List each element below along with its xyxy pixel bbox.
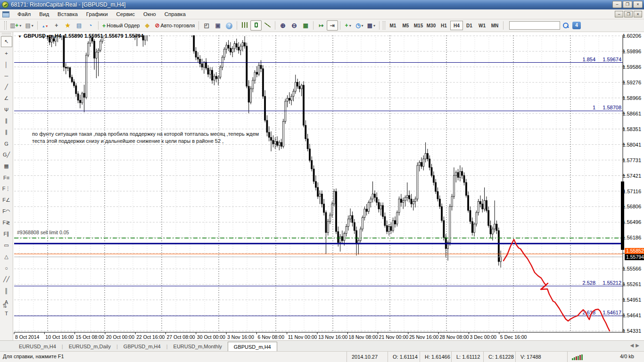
chevron-down-icon[interactable]: ▼ (18, 34, 22, 39)
toolbar-indicators-button[interactable]: +▾ (342, 20, 354, 31)
tool-triangle-icon[interactable]: △ (1, 251, 12, 262)
timeframe-m30-button[interactable]: M30 (425, 21, 438, 30)
timeframe-mn-button[interactable]: MN (488, 21, 501, 30)
chart-tab-0[interactable]: EURUSD_m,H4 (13, 342, 62, 351)
svg-text:13 Nov 16:00: 13 Nov 16:00 (318, 334, 348, 340)
drawing-toolbar-grip[interactable] (2, 33, 11, 35)
tool-trendline-angle-icon[interactable]: ∠ (1, 93, 12, 104)
chart-window-icon[interactable] (2, 11, 9, 17)
toolbar-data-window-button[interactable]: + (51, 20, 62, 31)
chart-tab-3[interactable]: EURUSD_m,Monthly (168, 342, 228, 351)
toolbar-profiles-button[interactable]: ▤▾ (23, 20, 35, 31)
search-icon[interactable] (562, 22, 570, 29)
minimize-button[interactable]: – (612, 1, 622, 8)
tool-rectangle-icon[interactable]: ▭ (1, 240, 12, 251)
timeframe-m15-button[interactable]: M15 (412, 21, 425, 30)
menu-графики[interactable]: Графики (82, 10, 112, 18)
tool-vertical-line-icon[interactable]: │ (1, 59, 12, 70)
svg-text:1.58351: 1.58351 (622, 126, 641, 132)
tile-windows-icon: ▦ (303, 22, 308, 29)
mdi-close-button[interactable]: × (634, 11, 642, 17)
tool-stddev-channel-icon[interactable]: ∥ (1, 127, 12, 138)
svg-text:10 Oct 16:00: 10 Oct 16:00 (45, 334, 74, 340)
tool-vertical-lines-icon[interactable]: ║ (1, 285, 12, 296)
tool-gann-line-icon[interactable]: G (1, 138, 12, 149)
tool-parallel-lines-icon[interactable]: ╱╱ (1, 274, 12, 285)
toolbar-new-order-button[interactable]: +Новый Ордер (100, 20, 142, 31)
timeframe-m1-button[interactable]: M1 (387, 21, 399, 30)
toolbar-print-button[interactable]: ▣ (212, 20, 223, 31)
timeframe-d1-button[interactable]: D1 (463, 21, 476, 30)
tool-fibo-arcs-icon[interactable]: F◠ (1, 206, 12, 217)
tool-horizontal-line-icon[interactable]: ─ (1, 70, 12, 81)
tool-trendline-icon[interactable]: ╱ (1, 82, 12, 92)
toolbar-help-button[interactable]: ? (223, 20, 235, 31)
menu-файл[interactable]: Файл (13, 10, 35, 18)
tool-cursor-icon[interactable]: ↖ (1, 36, 12, 47)
timeframe-h1-button[interactable]: H1 (438, 21, 450, 30)
mdi-restore-button[interactable]: ❐ (624, 11, 633, 17)
timeframe-h4-button[interactable]: H4 (450, 21, 463, 30)
title-bar[interactable]: 68171: RistonCapital-Real - [GBPUSD_m,H4… (0, 0, 644, 9)
connection-bars-icon (572, 354, 583, 360)
toolbar-templates-button[interactable]: ▩▾ (365, 20, 377, 31)
toolbar-navigator-button[interactable]: ★ (62, 20, 74, 31)
tool-gann-grid-icon[interactable]: ▦ (1, 161, 12, 172)
tool-fibo-fan-icon[interactable]: F∠ (1, 195, 12, 206)
tool-fibo-expansion-icon[interactable]: F≷ (1, 217, 12, 228)
toolbar-chart-line-button[interactable] (262, 20, 273, 31)
toolbar-terminal-button[interactable]: ▤ (74, 20, 85, 31)
tool-fibo-retracement-icon[interactable]: F≡ (1, 172, 12, 183)
mdi-minimize-button[interactable]: – (615, 11, 623, 17)
svg-text:1.56806: 1.56806 (622, 204, 641, 209)
toolbar-grip[interactable] (4, 21, 7, 30)
status-help-text: Для справки, нажмите F1 (3, 354, 64, 359)
chart-bars-icon (242, 22, 248, 29)
tab-scroll-arrows[interactable]: ◀▶ (630, 343, 641, 348)
tool-equidistant-channel-icon[interactable]: ∥ (1, 115, 12, 126)
toolbar-chart-bars-button[interactable] (239, 20, 250, 31)
menu-сервис[interactable]: Сервис (112, 10, 139, 18)
tool-fibo-timezones-icon[interactable]: F⋮ (1, 183, 12, 194)
svg-text:3 Dec 00:00: 3 Dec 00:00 (470, 334, 497, 340)
toolbar-auto-scroll-button[interactable]: ↦ (315, 20, 327, 31)
menu-справка[interactable]: Справка (160, 10, 190, 18)
toolbar-autotrading-button[interactable]: ⊘Авто-торговля (153, 20, 197, 31)
toolbar-zoom-out-button[interactable]: ⊖ (289, 20, 300, 31)
toolbar-fullscreen-button[interactable]: ◰ (201, 20, 212, 31)
toolbar-metaeditor-button[interactable]: ◆ (141, 20, 153, 31)
chart-window[interactable]: 1.8541.5967411.587082.5281.552122.6181.5… (13, 32, 644, 340)
menu-вставка[interactable]: Вставка (53, 10, 82, 18)
tool-crosshair-icon[interactable]: + (1, 48, 12, 58)
svg-text:1.54951: 1.54951 (622, 297, 641, 303)
restore-button[interactable]: ❐ (623, 1, 632, 8)
vertical-scrollbar-thumb[interactable] (621, 181, 624, 250)
tool-fibo-channel-icon[interactable]: F∥ (1, 229, 12, 239)
close-button[interactable]: × (633, 1, 643, 8)
menu-вид[interactable]: Вид (35, 10, 53, 18)
svg-text:1.58708: 1.58708 (603, 105, 621, 110)
toolbar-grip-2[interactable] (383, 21, 385, 30)
tool-text-label-icon[interactable]: T (1, 308, 12, 319)
toolbar-periods-button[interactable]: ◷▾ (354, 20, 365, 31)
toolbar-zoom-in-button[interactable]: ⊕ (277, 20, 289, 31)
tool-gann-fan-icon[interactable]: G╱ (1, 149, 12, 160)
toolbar-new-chart-button[interactable]: ▥+▾ (8, 20, 23, 31)
chat-badge[interactable]: 4 (572, 22, 581, 29)
timeframe-w1-button[interactable]: W1 (476, 21, 488, 30)
chart-tab-4[interactable]: GBPUSD_m,H4 (228, 342, 277, 352)
menu-окно[interactable]: Окно (139, 10, 160, 18)
toolbar-market-watch-button[interactable]: ▲▼ (40, 20, 51, 31)
toolbar-strategy-tester-button[interactable]: ◔ (85, 20, 96, 31)
toolbar-tile-windows-button[interactable]: ▦ (300, 20, 311, 31)
timeframe-m5-button[interactable]: M5 (399, 21, 412, 30)
toolbar-chart-shift-button[interactable]: ⇥ (327, 20, 338, 31)
toolbar-chart-candles-button[interactable] (250, 20, 262, 31)
chart-tab-1[interactable]: EURUSD_m,Daily (63, 342, 116, 351)
tool-andrews-pitchfork-icon[interactable]: Ψ (1, 104, 12, 115)
price-chart[interactable]: 1.8541.5967411.587082.5281.552122.6181.5… (13, 32, 644, 340)
chart-tab-2[interactable]: GBPUSD_m,H4 (118, 342, 166, 351)
search-input[interactable] (509, 21, 560, 30)
tool-ellipse-icon[interactable]: ○ (1, 263, 12, 273)
scroll-mode-icon[interactable]: ⇅ (2, 303, 7, 309)
